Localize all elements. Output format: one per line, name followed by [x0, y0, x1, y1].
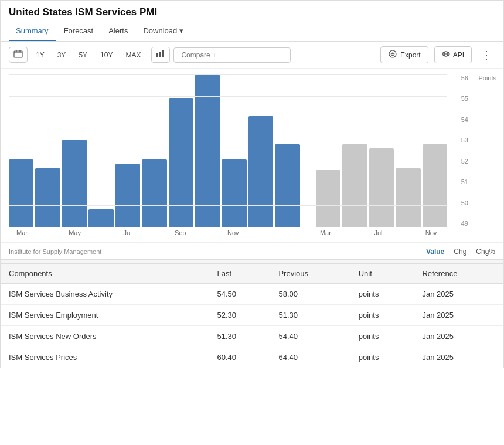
bar	[115, 164, 140, 227]
svg-rect-0	[14, 51, 22, 57]
calendar-icon	[13, 50, 23, 60]
x-label: Jul	[365, 229, 391, 236]
chart-type-icon	[156, 50, 165, 60]
data-table: Components Last Previous Unit Reference …	[1, 264, 503, 368]
range-10y-button[interactable]: 10Y	[96, 49, 117, 62]
compare-input[interactable]	[173, 47, 291, 63]
range-5y-button[interactable]: 5Y	[74, 49, 92, 62]
toolbar-left: 1Y 3Y 5Y 10Y MAX	[9, 47, 291, 63]
more-options-button[interactable]: ⋮	[478, 47, 495, 63]
bar	[396, 168, 420, 227]
cell-component: ISM Services Business Activity	[1, 284, 209, 305]
export-label: Export	[400, 51, 421, 59]
bar-group	[423, 74, 447, 227]
api-icon	[442, 50, 450, 60]
svg-rect-4	[156, 53, 158, 57]
x-label-empty	[35, 229, 62, 236]
x-label: Jul	[114, 229, 141, 236]
tab-forecast[interactable]: Forecast	[57, 22, 101, 41]
y-axis-label: Points	[478, 74, 496, 81]
y-tick: 52	[450, 158, 468, 165]
y-tick: 54	[450, 116, 468, 123]
bar	[275, 144, 299, 227]
x-axis-labels: Mar May Jul Sep Nov Mar Jul Nov	[9, 229, 468, 236]
bar-group	[248, 74, 273, 227]
bar	[369, 148, 394, 227]
chart-footer: Institute for Supply Management Value Ch…	[1, 242, 503, 259]
bar	[423, 144, 447, 227]
api-button[interactable]: API	[434, 46, 472, 63]
bar	[169, 98, 193, 227]
table-header-row: Components Last Previous Unit Reference	[1, 264, 503, 284]
x-label: Mar	[9, 229, 35, 236]
bar	[35, 168, 60, 227]
x-label-empty	[391, 229, 418, 236]
bar-group	[115, 74, 140, 227]
range-3y-button[interactable]: 3Y	[53, 49, 71, 62]
x-label: May	[62, 229, 88, 236]
y-tick: 55	[450, 95, 468, 102]
cell-reference: Jan 2025	[414, 305, 503, 326]
col-components: Components	[1, 264, 209, 284]
bar-group	[222, 74, 246, 227]
cell-last: 60.40	[209, 347, 270, 368]
tab-summary[interactable]: Summary	[9, 22, 56, 41]
bar	[62, 140, 87, 227]
chart-legend: Value Chg Chg%	[426, 247, 495, 256]
col-reference: Reference	[414, 264, 503, 284]
legend-value[interactable]: Value	[426, 247, 444, 256]
export-button[interactable]: Export	[380, 46, 428, 63]
y-tick: 53	[450, 137, 468, 144]
page-title: United States ISM Services PMI	[1, 1, 503, 22]
table-row: ISM Services New Orders 51.30 54.40 poin…	[1, 326, 503, 347]
cell-reference: Jan 2025	[414, 284, 503, 305]
chart-area: Points	[1, 69, 503, 242]
bar	[88, 209, 113, 227]
bar-group	[396, 74, 420, 227]
x-label-empty	[339, 229, 365, 236]
x-label: Mar	[312, 229, 339, 236]
bar-group	[169, 74, 193, 227]
bar-group	[275, 74, 299, 227]
y-tick: 51	[450, 178, 468, 185]
section-divider	[1, 259, 503, 264]
bar	[316, 170, 340, 227]
bar	[142, 159, 166, 227]
bar-group	[35, 74, 60, 227]
x-label-empty	[246, 229, 273, 236]
bar-group	[195, 74, 220, 227]
cell-unit: points	[350, 305, 414, 326]
bar	[248, 116, 273, 227]
cell-last: 54.50	[209, 284, 270, 305]
table-row: ISM Services Employment 52.30 51.30 poin…	[1, 305, 503, 326]
cell-last: 51.30	[209, 326, 270, 347]
legend-chgpct[interactable]: Chg%	[476, 247, 495, 256]
dropdown-arrow-icon: ▾	[179, 26, 183, 35]
bar-group	[142, 74, 166, 227]
y-tick: 50	[450, 199, 468, 206]
cell-last: 52.30	[209, 305, 270, 326]
svg-rect-6	[162, 50, 164, 57]
range-1y-button[interactable]: 1Y	[31, 49, 49, 62]
x-label-empty	[88, 229, 114, 236]
legend-chg[interactable]: Chg	[454, 247, 466, 256]
bar-group	[62, 74, 87, 227]
tab-download[interactable]: Download ▾	[136, 22, 190, 41]
y-tick: 49	[450, 220, 468, 227]
cell-unit: points	[350, 326, 414, 347]
y-axis: 56 55 54 53 52 51 50 49	[447, 74, 468, 227]
tab-alerts[interactable]: Alerts	[101, 22, 135, 41]
chart-type-button[interactable]	[151, 47, 170, 63]
cell-component: ISM Services Employment	[1, 305, 209, 326]
page-wrapper: United States ISM Services PMI Summary F…	[0, 0, 504, 368]
download-label: Download	[143, 26, 177, 35]
col-previous: Previous	[270, 264, 350, 284]
bar-group	[316, 74, 340, 227]
range-max-button[interactable]: MAX	[121, 49, 145, 62]
table-row: ISM Services Prices 60.40 64.40 points J…	[1, 347, 503, 368]
x-label: Nov	[220, 229, 246, 236]
cell-previous: 54.40	[270, 326, 350, 347]
api-label: API	[453, 51, 464, 59]
calendar-button[interactable]	[9, 47, 28, 63]
y-tick: 56	[450, 74, 468, 81]
